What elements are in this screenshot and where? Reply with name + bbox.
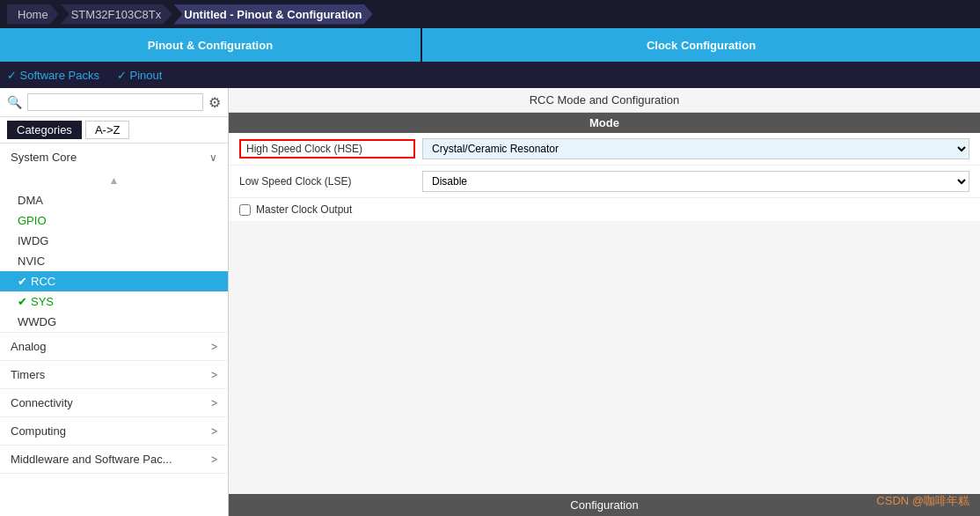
category-system-core-header[interactable]: System Core ∨: [0, 144, 228, 171]
main-layout: 🔍 ⚙ Categories A->Z System Core ∨ ▲ DMA: [0, 88, 980, 516]
category-timers: Timers >: [0, 361, 228, 389]
sidebar-item-nvic[interactable]: NVIC: [0, 251, 228, 271]
sub-tab-software-packs[interactable]: ✓ Software Packs: [7, 69, 99, 82]
sub-tab-bar: ✓ Software Packs ✓ Pinout: [0, 62, 980, 88]
master-clock-row: Master Clock Output: [229, 198, 980, 221]
category-computing-header[interactable]: Computing >: [0, 417, 228, 445]
chevron-right-icon-timers: >: [211, 369, 217, 381]
sidebar: 🔍 ⚙ Categories A->Z System Core ∨ ▲ DMA: [0, 88, 229, 516]
sub-tab-pinout[interactable]: ✓ Pinout: [117, 69, 162, 82]
tab-az[interactable]: A->Z: [85, 121, 130, 139]
search-icon: 🔍: [7, 95, 22, 109]
mode-section: Mode High Speed Clock (HSE) Disable BYPA…: [229, 113, 980, 221]
mode-header: Mode: [229, 113, 980, 133]
tab-categories[interactable]: Categories: [7, 121, 82, 139]
chevron-right-icon-middleware: >: [211, 453, 217, 466]
check-icon: ✔: [18, 275, 27, 288]
sidebar-item-rcc[interactable]: ✔ RCC: [0, 271, 228, 291]
sidebar-tab-group: Categories A->Z: [0, 117, 228, 144]
hse-label: High Speed Clock (HSE): [239, 139, 415, 158]
category-middleware: Middleware and Software Pac... >: [0, 446, 228, 474]
hse-select[interactable]: Disable BYPASS Clock Source Crystal/Cera…: [422, 138, 969, 159]
category-timers-header[interactable]: Timers >: [0, 361, 228, 388]
content-area: RCC Mode and Configuration Mode High Spe…: [229, 88, 980, 516]
sidebar-item-wwdg[interactable]: WWDG: [0, 312, 228, 332]
chevron-right-icon-analog: >: [211, 341, 217, 353]
main-tab-bar: Pinout & Configuration Clock Configurati…: [0, 28, 980, 62]
category-connectivity-header[interactable]: Connectivity >: [0, 389, 228, 416]
gear-icon[interactable]: ⚙: [208, 94, 221, 111]
master-clock-checkbox[interactable]: [239, 204, 251, 216]
watermark: CSDN @咖啡年糕: [876, 493, 969, 509]
sidebar-item-iwdg[interactable]: IWDG: [0, 231, 228, 251]
category-connectivity: Connectivity >: [0, 389, 228, 417]
category-computing: Computing >: [0, 417, 228, 446]
breadcrumb-current[interactable]: Untitled - Pinout & Configuration: [173, 4, 372, 25]
search-input[interactable]: [27, 93, 203, 111]
lse-select[interactable]: Disable BYPASS Clock Source Crystal/Cera…: [422, 171, 969, 192]
breadcrumb: Home STM32F103C8Tx Untitled - Pinout & C…: [0, 0, 980, 28]
sidebar-item-gpio[interactable]: GPIO: [0, 210, 228, 231]
rcc-mode-title: RCC Mode and Configuration: [229, 88, 980, 113]
category-analog: Analog >: [0, 333, 228, 361]
master-clock-label: Master Clock Output: [256, 203, 352, 216]
empty-area: [229, 221, 980, 494]
tab-clock-config[interactable]: Clock Configuration: [422, 28, 980, 62]
configuration-bar: Configuration: [229, 494, 980, 516]
chevron-right-icon-computing: >: [211, 425, 217, 438]
breadcrumb-home[interactable]: Home: [7, 4, 59, 25]
lse-label: Low Speed Clock (LSE): [239, 175, 415, 188]
system-core-items: ▲ DMA GPIO IWDG NVIC ✔ RCC: [0, 171, 228, 332]
lse-row: Low Speed Clock (LSE) Disable BYPASS Clo…: [229, 166, 980, 198]
sidebar-item-dma[interactable]: DMA: [0, 190, 228, 210]
sidebar-item-sys[interactable]: ✔ SYS: [0, 291, 228, 312]
category-system-core: System Core ∨ ▲ DMA GPIO IWDG NVIC: [0, 144, 228, 333]
breadcrumb-device[interactable]: STM32F103C8Tx: [61, 4, 172, 25]
hse-row: High Speed Clock (HSE) Disable BYPASS Cl…: [229, 133, 980, 166]
tab-pinout-config[interactable]: Pinout & Configuration: [0, 28, 422, 62]
category-analog-header[interactable]: Analog >: [0, 333, 228, 360]
category-middleware-header[interactable]: Middleware and Software Pac... >: [0, 446, 228, 473]
scroll-up-arrow[interactable]: ▲: [0, 171, 228, 190]
check-icon-sys: ✔: [18, 295, 27, 308]
chevron-right-icon-connectivity: >: [211, 397, 217, 409]
sidebar-search-bar: 🔍 ⚙: [0, 88, 228, 117]
chevron-down-icon: ∨: [209, 151, 217, 164]
